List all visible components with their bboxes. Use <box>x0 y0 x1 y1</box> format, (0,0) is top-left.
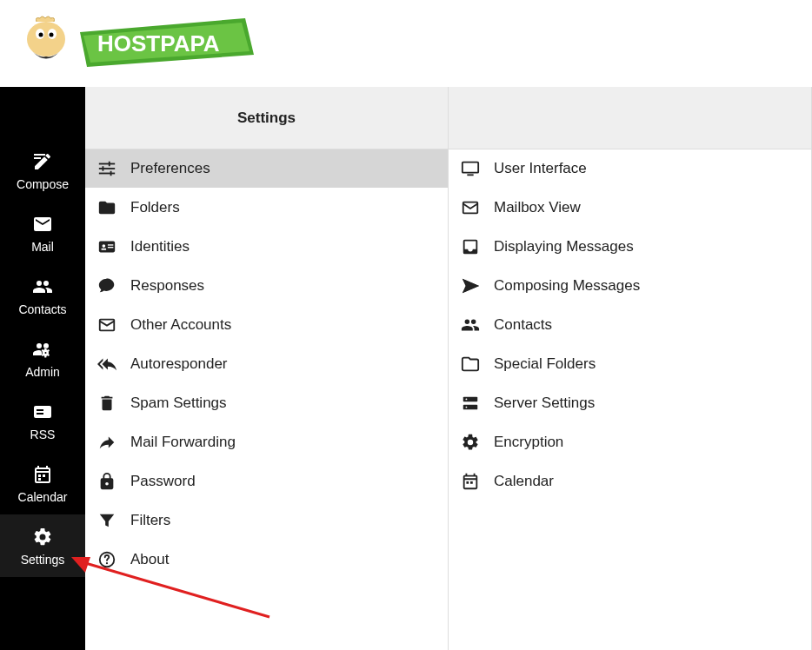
settings-item-password[interactable]: Password <box>85 462 448 501</box>
nav-contacts[interactable]: Contacts <box>0 264 85 327</box>
settings-item-responses[interactable]: Responses <box>85 267 448 306</box>
lock-icon <box>97 472 116 491</box>
monitor-icon <box>461 159 480 178</box>
settings-item-other-accounts[interactable]: Other Accounts <box>85 306 448 345</box>
svg-point-23 <box>103 244 106 248</box>
filter-icon <box>97 511 116 530</box>
pref-server-settings[interactable]: Server Settings <box>449 384 811 423</box>
main-row: Compose Mail Contacts Admin RSS Calendar… <box>0 87 812 650</box>
item-label: Password <box>130 473 196 490</box>
rss-icon <box>31 401 54 422</box>
item-label: Displaying Messages <box>494 238 634 255</box>
settings-item-identities[interactable]: Identities <box>85 228 448 267</box>
gear-icon <box>461 433 480 452</box>
svg-rect-25 <box>108 244 113 245</box>
item-label: Responses <box>130 277 204 295</box>
item-label: Contacts <box>494 316 552 334</box>
nav-mail[interactable]: Mail <box>0 202 85 264</box>
envelope-open-icon <box>97 315 116 335</box>
item-label: Folders <box>130 199 180 216</box>
hostpapa-wordmark-icon: HOSTPAPA <box>80 17 254 70</box>
svg-rect-37 <box>470 481 473 484</box>
nav-label: Admin <box>25 365 60 379</box>
pref-mailbox-view[interactable]: Mailbox View <box>449 189 811 228</box>
admin-icon <box>31 339 54 360</box>
item-label: Filters <box>130 512 170 529</box>
pref-user-interface[interactable]: User Interface <box>449 149 811 189</box>
nav-label: Contacts <box>18 302 66 316</box>
item-label: Special Folders <box>494 355 596 373</box>
content-area: Settings Preferences Folders Identities … <box>85 87 812 650</box>
settings-list: Preferences Folders Identities Responses… <box>85 149 448 650</box>
server-icon <box>461 394 480 413</box>
reply-all-icon <box>97 355 116 374</box>
settings-item-folders[interactable]: Folders <box>85 189 448 228</box>
svg-rect-29 <box>463 162 478 173</box>
preferences-list: User Interface Mailbox View Displaying M… <box>449 149 811 650</box>
logo-area: HOSTPAPA <box>0 0 812 87</box>
svg-point-34 <box>466 399 468 401</box>
item-label: Identities <box>130 238 190 255</box>
svg-rect-17 <box>99 168 115 169</box>
nav-calendar[interactable]: Calendar <box>0 452 85 514</box>
pref-displaying-messages[interactable]: Displaying Messages <box>449 228 811 267</box>
sliders-icon <box>97 159 116 178</box>
forward-icon <box>97 433 116 452</box>
svg-rect-19 <box>109 162 110 167</box>
nav-rss[interactable]: RSS <box>0 389 85 452</box>
nav-label: RSS <box>30 428 56 441</box>
mail-icon <box>31 214 54 235</box>
svg-point-0 <box>27 22 65 56</box>
nav-settings[interactable]: Settings <box>0 514 85 577</box>
svg-rect-33 <box>463 405 478 410</box>
svg-rect-12 <box>37 413 43 415</box>
paper-plane-icon <box>461 276 480 295</box>
contacts-icon <box>31 276 54 297</box>
svg-rect-32 <box>463 397 478 402</box>
settings-item-preferences[interactable]: Preferences <box>85 149 448 189</box>
mascot-icon <box>16 13 77 74</box>
nav-admin[interactable]: Admin <box>0 327 85 389</box>
item-label: User Interface <box>494 160 587 177</box>
nav-compose[interactable]: Compose <box>0 139 85 202</box>
settings-item-about[interactable]: About <box>85 541 448 580</box>
item-label: Composing Messages <box>494 277 640 295</box>
pref-special-folders[interactable]: Special Folders <box>449 345 811 384</box>
svg-point-3 <box>39 33 43 37</box>
settings-item-spam[interactable]: Spam Settings <box>85 384 448 423</box>
svg-rect-30 <box>467 174 473 176</box>
preferences-header <box>449 87 811 149</box>
svg-rect-26 <box>108 247 113 248</box>
nav-label: Compose <box>17 177 69 191</box>
svg-rect-9 <box>34 157 41 159</box>
svg-rect-36 <box>466 481 469 484</box>
settings-header: Settings <box>85 87 448 149</box>
item-label: Other Accounts <box>130 316 231 334</box>
calendar-icon <box>31 464 54 485</box>
svg-rect-14 <box>43 474 45 477</box>
item-label: Server Settings <box>494 395 595 412</box>
pref-contacts[interactable]: Contacts <box>449 306 811 345</box>
envelope-outline-icon <box>461 198 480 217</box>
compose-icon <box>31 151 54 172</box>
svg-rect-11 <box>37 409 43 411</box>
calendar-icon <box>461 472 480 491</box>
svg-rect-8 <box>34 154 45 156</box>
item-label: Autoresponder <box>130 355 228 373</box>
settings-item-forwarding[interactable]: Mail Forwarding <box>85 423 448 462</box>
pref-encryption[interactable]: Encryption <box>449 423 811 462</box>
settings-item-filters[interactable]: Filters <box>85 501 448 541</box>
svg-rect-16 <box>99 163 115 165</box>
pref-calendar[interactable]: Calendar <box>449 462 811 501</box>
hostpapa-logo: HOSTPAPA <box>16 13 254 74</box>
svg-rect-21 <box>110 171 112 176</box>
speech-icon <box>97 276 116 295</box>
question-circle-icon <box>97 550 116 569</box>
folder-outline-icon <box>461 355 480 374</box>
settings-item-autoresponder[interactable]: Autoresponder <box>85 345 448 384</box>
preferences-column: User Interface Mailbox View Displaying M… <box>449 87 812 650</box>
item-label: Calendar <box>494 473 554 490</box>
id-card-icon <box>97 237 116 256</box>
nav-sidebar: Compose Mail Contacts Admin RSS Calendar… <box>0 87 85 650</box>
pref-composing-messages[interactable]: Composing Messages <box>449 267 811 306</box>
